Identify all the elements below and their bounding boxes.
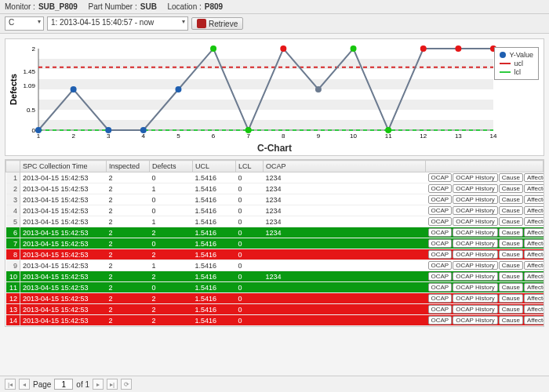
action-ocap[interactable]: OCAP — [428, 228, 453, 237]
legend-item: Y-Value — [500, 51, 533, 59]
action-affected-s-ns[interactable]: Affected S/Ns — [524, 305, 544, 314]
action-cause[interactable]: Cause — [499, 294, 523, 303]
action-ocap[interactable]: OCAP — [428, 217, 453, 226]
action-ocap[interactable]: OCAP — [428, 272, 453, 281]
table-row[interactable]: 10 2013-04-15 15:42:53 2 2 1.5416 0 1234… — [6, 271, 544, 282]
action-ocap-history[interactable]: OCAP History — [453, 239, 498, 248]
action-affected-s-ns[interactable]: Affected S/Ns — [524, 228, 544, 237]
action-ocap[interactable]: OCAP — [428, 206, 453, 215]
action-ocap[interactable]: OCAP — [428, 239, 453, 248]
col-header[interactable]: OCAP — [264, 161, 426, 172]
col-header[interactable]: SPC Collection Time — [20, 161, 107, 172]
action-cause[interactable]: Cause — [499, 217, 523, 226]
action-ocap-history[interactable]: OCAP History — [453, 261, 498, 270]
cell-defects: 1 — [150, 260, 193, 271]
col-header[interactable]: UCL — [193, 161, 236, 172]
action-ocap-history[interactable]: OCAP History — [453, 228, 498, 237]
svg-text:11: 11 — [385, 132, 392, 140]
col-header[interactable]: Defects — [150, 161, 193, 172]
table-row[interactable]: 2 2013-04-15 15:42:53 2 1 1.5416 0 1234 … — [6, 183, 544, 194]
action-ocap[interactable]: OCAP — [428, 250, 453, 259]
pager-refresh[interactable]: ⟳ — [121, 379, 132, 390]
action-cause[interactable]: Cause — [499, 206, 523, 215]
action-affected-s-ns[interactable]: Affected S/Ns — [524, 217, 544, 226]
action-ocap-history[interactable]: OCAP History — [453, 250, 498, 259]
action-cause[interactable]: Cause — [499, 195, 523, 204]
action-ocap[interactable]: OCAP — [428, 195, 453, 204]
action-cause[interactable]: Cause — [499, 261, 523, 270]
col-header[interactable]: LCL — [236, 161, 264, 172]
chart-title: C-Chart — [7, 143, 542, 154]
table-row[interactable]: 11 2013-04-15 15:42:53 2 0 1.5416 0 OCAP… — [6, 282, 544, 293]
action-ocap[interactable]: OCAP — [428, 294, 453, 303]
action-affected-s-ns[interactable]: Affected S/Ns — [524, 195, 544, 204]
action-affected-s-ns[interactable]: Affected S/Ns — [524, 206, 544, 215]
table-row[interactable]: 9 2013-04-15 15:42:53 2 1 1.5416 0 OCAPO… — [6, 260, 544, 271]
mode-select[interactable]: C — [5, 16, 44, 31]
action-affected-s-ns[interactable]: Affected S/Ns — [524, 184, 544, 193]
action-cause[interactable]: Cause — [499, 173, 523, 182]
pager-page-input[interactable] — [54, 379, 73, 390]
action-affected-s-ns[interactable]: Affected S/Ns — [524, 294, 544, 303]
action-cause[interactable]: Cause — [499, 316, 523, 325]
table-row[interactable]: 7 2013-04-15 15:42:53 2 0 1.5416 0 OCAPO… — [6, 238, 544, 249]
action-ocap-history[interactable]: OCAP History — [453, 173, 498, 182]
action-ocap[interactable]: OCAP — [428, 173, 453, 182]
table-row[interactable]: 1 2013-04-15 15:42:53 2 0 1.5416 0 1234 … — [6, 172, 544, 183]
table-row[interactable]: 13 2013-04-15 15:42:53 2 2 1.5416 0 OCAP… — [6, 304, 544, 315]
action-affected-s-ns[interactable]: Affected S/Ns — [524, 250, 544, 259]
pager-first[interactable]: |◂ — [5, 379, 16, 390]
action-cause[interactable]: Cause — [499, 250, 523, 259]
action-affected-s-ns[interactable]: Affected S/Ns — [524, 239, 544, 248]
cell-inspected: 2 — [107, 227, 150, 238]
action-ocap[interactable]: OCAP — [428, 261, 453, 270]
svg-point-32 — [210, 45, 216, 52]
action-ocap-history[interactable]: OCAP History — [453, 294, 498, 303]
action-ocap-history[interactable]: OCAP History — [453, 206, 498, 215]
pager-next[interactable]: ▸ — [93, 379, 104, 390]
action-affected-s-ns[interactable]: Affected S/Ns — [524, 272, 544, 281]
svg-point-28 — [71, 86, 77, 93]
action-ocap-history[interactable]: OCAP History — [453, 283, 498, 292]
action-cause[interactable]: Cause — [499, 283, 523, 292]
table-row[interactable]: 8 2013-04-15 15:42:53 2 2 1.5416 0 OCAPO… — [6, 249, 544, 260]
action-ocap[interactable]: OCAP — [428, 316, 453, 325]
action-ocap-history[interactable]: OCAP History — [453, 184, 498, 193]
data-grid: SPC Collection TimeInspectedDefectsUCLLC… — [5, 159, 544, 327]
table-row[interactable]: 5 2013-04-15 15:42:53 2 1 1.5416 0 1234 … — [6, 216, 544, 227]
action-affected-s-ns[interactable]: Affected S/Ns — [524, 173, 544, 182]
cell-lcl: 0 — [236, 172, 264, 183]
table-row[interactable]: 12 2013-04-15 15:42:53 2 2 1.5416 0 OCAP… — [6, 293, 544, 304]
action-cause[interactable]: Cause — [499, 305, 523, 314]
action-affected-s-ns[interactable]: Affected S/Ns — [524, 261, 544, 270]
header-bar: Monitor : SUB_P809 Part Number : SUB Loc… — [0, 0, 549, 14]
table-row[interactable]: 6 2013-04-15 15:42:53 2 2 1.5416 0 1234 … — [6, 227, 544, 238]
action-ocap-history[interactable]: OCAP History — [453, 272, 498, 281]
action-ocap-history[interactable]: OCAP History — [453, 305, 498, 314]
action-ocap-history[interactable]: OCAP History — [453, 195, 498, 204]
table-row[interactable]: 4 2013-04-15 15:42:53 2 0 1.5416 0 1234 … — [6, 205, 544, 216]
action-ocap[interactable]: OCAP — [428, 305, 453, 314]
action-ocap[interactable]: OCAP — [428, 283, 453, 292]
svg-text:8: 8 — [282, 132, 285, 140]
action-affected-s-ns[interactable]: Affected S/Ns — [524, 283, 544, 292]
action-cause[interactable]: Cause — [499, 239, 523, 248]
action-ocap-history[interactable]: OCAP History — [453, 316, 498, 325]
col-header[interactable]: Inspected — [107, 161, 150, 172]
table-row[interactable]: 3 2013-04-15 15:42:53 2 0 1.5416 0 1234 … — [6, 194, 544, 205]
cell-defects: 2 — [150, 249, 193, 260]
svg-text:1.45: 1.45 — [23, 68, 35, 75]
action-ocap[interactable]: OCAP — [428, 184, 453, 193]
action-cause[interactable]: Cause — [499, 184, 523, 193]
action-cause[interactable]: Cause — [499, 228, 523, 237]
pager-prev[interactable]: ◂ — [19, 379, 30, 390]
action-cause[interactable]: Cause — [499, 272, 523, 281]
retrieve-button[interactable]: Retrieve — [191, 17, 243, 30]
part-label: Part Number : — [89, 2, 137, 11]
pager-last[interactable]: ▸| — [107, 379, 118, 390]
cell-inspected: 2 — [107, 183, 150, 194]
table-row[interactable]: 14 2013-04-15 15:42:53 2 2 1.5416 0 OCAP… — [6, 315, 544, 326]
range-select[interactable]: 1: 2013-04-15 15:40:57 - now — [47, 16, 188, 31]
action-ocap-history[interactable]: OCAP History — [453, 217, 498, 226]
action-affected-s-ns[interactable]: Affected S/Ns — [524, 316, 544, 325]
